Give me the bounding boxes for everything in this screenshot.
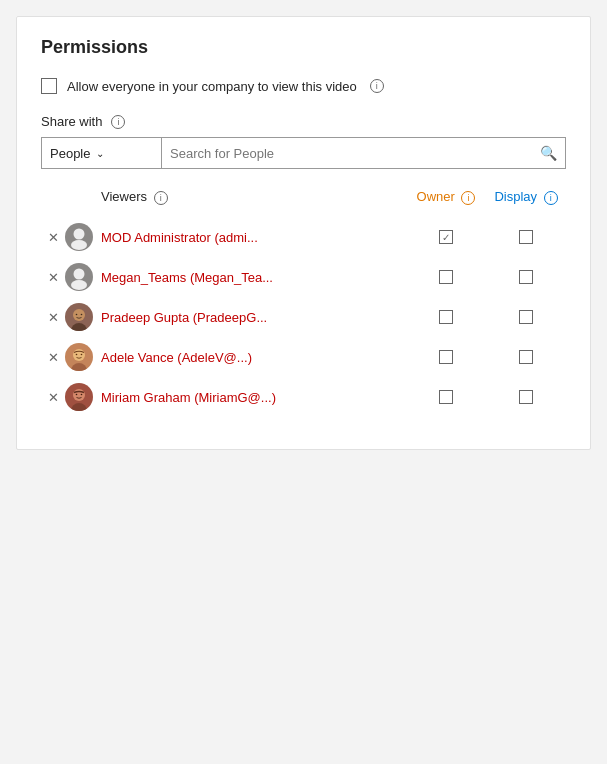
remove-person-button[interactable]: ✕ [41, 350, 65, 365]
search-input[interactable] [170, 146, 534, 161]
svg-point-3 [71, 280, 87, 290]
owner-checkbox-cell [406, 230, 486, 244]
svg-point-15 [81, 394, 83, 396]
owner-checkbox-cell [406, 390, 486, 404]
person-name: Pradeep Gupta (PradeepG... [101, 310, 406, 325]
person-name: Megan_Teams (Megan_Tea... [101, 270, 406, 285]
display-checkbox-cell [486, 390, 566, 404]
person-name: MOD Administrator (admi... [101, 230, 406, 245]
svg-point-10 [76, 354, 78, 356]
search-icon[interactable]: 🔍 [540, 145, 557, 161]
avatar [65, 223, 93, 251]
svg-point-11 [81, 354, 83, 356]
allow-everyone-checkbox[interactable] [41, 78, 57, 94]
table-row: ✕ Megan_Teams (Megan_Tea... [41, 257, 566, 297]
share-type-dropdown[interactable]: People ⌄ [42, 138, 162, 168]
owner-checkbox[interactable] [439, 270, 453, 284]
owner-header-label: Owner i [406, 189, 486, 205]
owner-checkbox-cell [406, 310, 486, 324]
owner-checkbox[interactable] [439, 230, 453, 244]
display-checkbox-cell [486, 230, 566, 244]
search-section: 🔍 [162, 138, 565, 168]
display-checkbox-cell [486, 310, 566, 324]
avatar [65, 303, 93, 331]
panel-title: Permissions [41, 37, 566, 58]
avatar [65, 383, 93, 411]
viewers-list: ✕ MOD Administrator (admi...✕ Megan_Team… [41, 217, 566, 417]
svg-point-5 [73, 309, 85, 321]
avatar [65, 343, 93, 371]
svg-point-6 [76, 314, 78, 316]
remove-person-button[interactable]: ✕ [41, 310, 65, 325]
display-checkbox[interactable] [519, 390, 533, 404]
share-with-label: Share with [41, 114, 102, 129]
allow-everyone-label: Allow everyone in your company to view t… [67, 79, 357, 94]
display-checkbox-cell [486, 270, 566, 284]
svg-point-0 [74, 229, 85, 240]
chevron-down-icon: ⌄ [96, 148, 104, 159]
permissions-panel: Permissions Allow everyone in your compa… [16, 16, 591, 450]
owner-checkbox[interactable] [439, 350, 453, 364]
table-row: ✕ Adele Vance (AdeleV@...) [41, 337, 566, 377]
allow-info-icon[interactable]: i [370, 79, 384, 93]
owner-checkbox-cell [406, 270, 486, 284]
share-search-bar: People ⌄ 🔍 [41, 137, 566, 169]
person-name: Miriam Graham (MiriamG@...) [101, 390, 406, 405]
owner-checkbox-cell [406, 350, 486, 364]
svg-point-7 [81, 314, 83, 316]
svg-point-8 [71, 363, 87, 371]
display-header-label: Display i [486, 189, 566, 205]
svg-point-12 [71, 403, 87, 411]
display-checkbox[interactable] [519, 230, 533, 244]
allow-everyone-row: Allow everyone in your company to view t… [41, 78, 566, 94]
share-with-row: Share with i [41, 114, 566, 129]
remove-person-button[interactable]: ✕ [41, 390, 65, 405]
table-row: ✕ Miriam Graham (MiriamG@...) [41, 377, 566, 417]
owner-checkbox[interactable] [439, 310, 453, 324]
svg-point-14 [76, 394, 78, 396]
table-row: ✕ MOD Administrator (admi... [41, 217, 566, 257]
table-row: ✕ Pradeep Gupta (PradeepG... [41, 297, 566, 337]
svg-point-2 [74, 269, 85, 280]
display-checkbox-cell [486, 350, 566, 364]
owner-checkbox[interactable] [439, 390, 453, 404]
person-name: Adele Vance (AdeleV@...) [101, 350, 406, 365]
remove-person-button[interactable]: ✕ [41, 270, 65, 285]
avatar [65, 263, 93, 291]
display-checkbox[interactable] [519, 350, 533, 364]
remove-person-button[interactable]: ✕ [41, 230, 65, 245]
owner-info-icon[interactable]: i [461, 191, 475, 205]
display-checkbox[interactable] [519, 310, 533, 324]
viewers-header-label: Viewers i [101, 189, 406, 205]
share-with-info-icon[interactable]: i [111, 115, 125, 129]
viewers-info-icon[interactable]: i [154, 191, 168, 205]
dropdown-value: People [50, 146, 90, 161]
display-checkbox[interactable] [519, 270, 533, 284]
svg-point-4 [71, 323, 87, 331]
svg-point-1 [71, 240, 87, 250]
display-info-icon[interactable]: i [544, 191, 558, 205]
viewers-header: Viewers i Owner i Display i [41, 189, 566, 213]
